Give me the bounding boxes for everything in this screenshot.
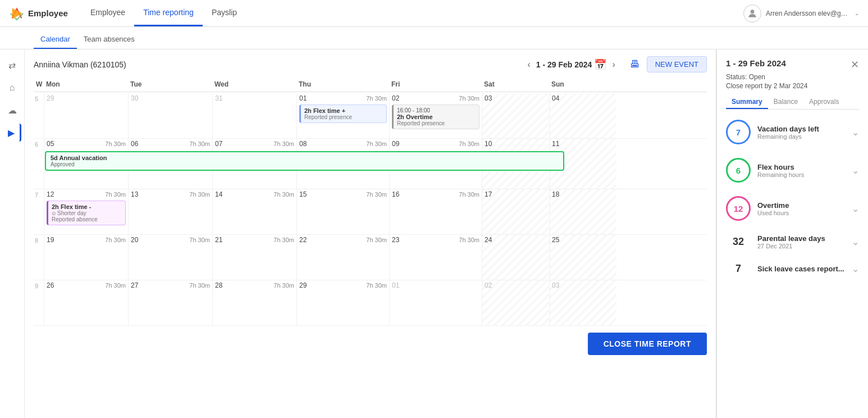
overtime-event-02[interactable]: 16:00 - 18:00 2h Overtime Reported prese… [392, 104, 479, 129]
svg-point-3 [751, 10, 755, 13]
parental-leave-sub: 27 Dec 2021 [757, 243, 845, 249]
week-number-6: 6 [34, 139, 44, 189]
day-sat-03[interactable]: 03 [482, 93, 549, 138]
stat-vacation-days[interactable]: 7 Vacation days left Remaining days ⌄ [726, 117, 859, 147]
flex-hours-info: Flex hours Remaining hours [757, 163, 845, 178]
nav-employee[interactable]: Employee [81, 0, 134, 26]
date-navigation: ‹ 1 - 29 Feb 2024 📅 › [524, 58, 618, 71]
day-sun-04[interactable]: 04 [549, 93, 616, 138]
day-wed-31[interactable]: 31 [212, 93, 296, 138]
day-sat-02-gray[interactable]: 02 [482, 280, 549, 325]
subnav-team-absences[interactable]: Team absences [77, 35, 141, 49]
day-wed-28[interactable]: 287h 30m [212, 280, 296, 325]
week-row-7: 7 12 7h 30m 2h Flex time - ⊙ Shorter day… [34, 189, 707, 235]
home-icon[interactable]: ⌂ [3, 79, 21, 97]
new-event-button[interactable]: NEW EVENT [647, 56, 707, 72]
day-thu-22[interactable]: 227h 30m [296, 235, 389, 280]
day-mon-19[interactable]: 197h 30m [44, 235, 128, 280]
top-nav: Employee Employee Time reporting Payslip… [0, 0, 868, 27]
calendar-days-header: W Mon Tue Wed Thu Fri Sat Sun [34, 79, 707, 92]
calendar-grid: W Mon Tue Wed Thu Fri Sat Sun 5 29 30 3 [34, 79, 707, 411]
cloud-icon[interactable]: ☁ [3, 101, 21, 119]
close-panel-button[interactable]: ✕ [851, 58, 859, 71]
week-row-5: 5 29 30 31 01 7h 30m 2h Flex time + [34, 93, 707, 139]
sub-nav: Calendar Team absences [0, 27, 868, 49]
left-sidebar: ⇄ ⌂ ☁ ▶ [0, 49, 25, 418]
overtime-info: Overtime Used hours [757, 201, 845, 216]
day-sat-17[interactable]: 17 [482, 189, 549, 234]
parental-leave-chevron-icon: ⌄ [852, 237, 859, 247]
day-sun-18[interactable]: 18 [549, 189, 616, 234]
day-sat-24[interactable]: 24 [482, 235, 549, 280]
day-wed-14[interactable]: 14 7h 30m [212, 189, 296, 234]
chevron-down-icon[interactable]: ⌄ [855, 10, 859, 16]
subnav-calendar[interactable]: Calendar [34, 35, 77, 49]
vacation-days-sub: Remaining days [757, 133, 845, 140]
day-mon-29[interactable]: 29 [44, 93, 128, 138]
vacation-days-label: Vacation days left [757, 125, 845, 133]
print-button[interactable]: 🖶 [630, 58, 640, 70]
play-icon[interactable]: ▶ [3, 124, 21, 142]
right-panel: 1 - 29 Feb 2024 ✕ Status: Open Close rep… [716, 49, 868, 418]
sick-leave-chevron-icon: ⌄ [852, 263, 859, 274]
logo-text: Employee [28, 8, 68, 18]
flex-hours-circle: 6 [726, 158, 751, 183]
panel-tabs: Summary Balance Approvals [726, 96, 859, 110]
day-fri-23[interactable]: 237h 30m [389, 235, 482, 280]
tab-summary[interactable]: Summary [726, 96, 768, 109]
week-row-8: 8 197h 30m 207h 30m 217h 30m 227h 30m 23… [34, 235, 707, 280]
day-fri-01-gray[interactable]: 01 [389, 280, 482, 325]
next-period-button[interactable]: › [609, 58, 618, 71]
flex-hours-sub: Remaining hours [757, 171, 845, 178]
day-sun-25[interactable]: 25 [549, 235, 616, 280]
vacation-chevron-icon: ⌄ [852, 127, 859, 138]
date-range-label: 1 - 29 Feb 2024 [536, 60, 592, 69]
day-tue-13[interactable]: 13 7h 30m [128, 189, 212, 234]
flex-chevron-icon: ⌄ [852, 165, 859, 176]
close-time-report-button[interactable]: CLOSE TIME REPORT [588, 333, 707, 355]
flex-time-event-01[interactable]: 2h Flex time + Reported presence [299, 104, 387, 123]
user-name: Arren Andersson elev@gym.s [766, 10, 850, 17]
day-sun-03-gray[interactable]: 03 [549, 280, 616, 325]
stat-overtime[interactable]: 12 Overtime Used hours ⌄ [726, 194, 859, 223]
nav-time-reporting[interactable]: Time reporting [134, 0, 203, 26]
fri-header: Fri [389, 79, 482, 89]
stat-sick-leave[interactable]: 7 Sick leave cases report... ⌄ [726, 261, 859, 277]
mon-header: Mon [44, 79, 128, 89]
sick-leave-value: 7 [726, 263, 751, 275]
day-thu-15[interactable]: 15 7h 30m [296, 189, 389, 234]
day-mon-12[interactable]: 12 7h 30m 2h Flex time - ⊙ Shorter day R… [44, 189, 128, 234]
user-menu[interactable]: Arren Andersson elev@gym.s ⌄ [743, 4, 859, 22]
expand-sidebar-icon[interactable]: ⇄ [3, 56, 21, 74]
tab-approvals[interactable]: Approvals [803, 96, 844, 109]
day-tue-27[interactable]: 277h 30m [128, 280, 212, 325]
wed-header: Wed [212, 79, 296, 89]
stat-flex-hours[interactable]: 6 Flex hours Remaining hours ⌄ [726, 156, 859, 185]
calendar-picker-button[interactable]: 📅 [594, 58, 606, 71]
panel-header: 1 - 29 Feb 2024 ✕ [726, 58, 859, 71]
avatar [743, 4, 761, 22]
overtime-chevron-icon: ⌄ [852, 203, 859, 214]
day-thu-29[interactable]: 297h 30m [296, 280, 389, 325]
prev-period-button[interactable]: ‹ [524, 58, 533, 71]
overtime-circle: 12 [726, 196, 751, 221]
stat-parental-leave[interactable]: 32 Parental leave days 27 Dec 2021 ⌄ [726, 232, 859, 252]
tab-balance[interactable]: Balance [768, 96, 803, 109]
annual-vacation-event[interactable]: 5d Annual vacation Approved [45, 151, 564, 171]
day-fri-16[interactable]: 16 7h 30m [389, 189, 482, 234]
day-thu-01[interactable]: 01 7h 30m 2h Flex time + Reported presen… [296, 93, 389, 138]
week-row-9: 9 267h 30m 277h 30m 287h 30m 297h 30m 01 [34, 280, 707, 326]
parental-leave-info: Parental leave days 27 Dec 2021 [757, 234, 845, 249]
day-fri-02[interactable]: 02 7h 30m 16:00 - 18:00 2h Overtime Repo… [389, 93, 482, 138]
calendar-header: Anniina Vikman (6210105) ‹ 1 - 29 Feb 20… [34, 56, 707, 72]
day-wed-21[interactable]: 217h 30m [212, 235, 296, 280]
tue-header: Tue [128, 79, 212, 89]
week-number-9: 9 [34, 280, 44, 325]
day-tue-20[interactable]: 207h 30m [128, 235, 212, 280]
employee-name: Anniina Vikman (6210105) [34, 60, 126, 69]
day-mon-26[interactable]: 267h 30m [44, 280, 128, 325]
day-tue-30[interactable]: 30 [128, 93, 212, 138]
nav-payslip[interactable]: Payslip [203, 0, 246, 26]
flex-neg-event-12[interactable]: 2h Flex time - ⊙ Shorter day Reported ab… [47, 201, 126, 225]
week-col-header: W [34, 79, 44, 89]
